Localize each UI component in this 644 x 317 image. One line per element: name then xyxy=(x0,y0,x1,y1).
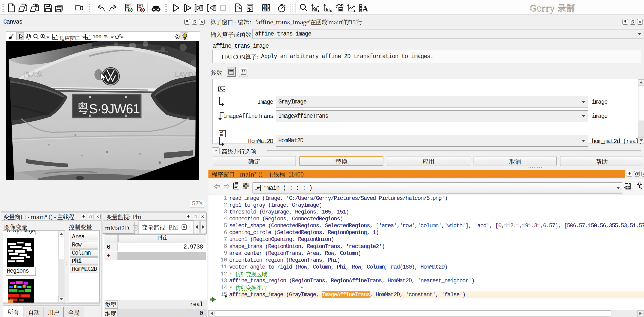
canvas-titlebar[interactable]: Canvas xyxy=(1,18,206,26)
region-dropdown-icon[interactable] xyxy=(120,37,123,40)
param-value[interactable]: HomMat2D xyxy=(276,137,579,144)
param-value[interactable]: GrayImage xyxy=(276,99,579,105)
gray-profile-icon[interactable] xyxy=(347,3,356,13)
save-icon[interactable] xyxy=(43,3,53,13)
variable-column[interactable]: Column xyxy=(70,249,98,257)
canvas-image[interactable]: 上汽大众 LAVIDA 粤S·9JW61 xyxy=(6,41,199,180)
attach-process-icon[interactable] xyxy=(234,3,243,13)
zoom-value-label[interactable]: 100 % xyxy=(92,34,107,40)
variable-titlebar[interactable]: 变量窗口 - main* () - 主线程 xyxy=(1,213,102,221)
close-icon[interactable] xyxy=(200,214,205,219)
variable-phi[interactable]: Phi xyxy=(70,257,98,265)
scroll-down-icon[interactable] xyxy=(638,137,644,143)
watch-titlebar[interactable]: 变量监视: Phi xyxy=(103,213,206,221)
scale-dropdown-icon[interactable] xyxy=(111,37,114,40)
zoom-find-icon[interactable] xyxy=(299,3,308,13)
toolbar-drag-handle[interactable] xyxy=(165,4,167,12)
help-button[interactable]: 帮助 xyxy=(560,156,643,166)
variable-area[interactable]: Area xyxy=(70,233,98,240)
toolbar-drag-handle[interactable] xyxy=(290,4,292,12)
scroll-right-icon[interactable] xyxy=(637,310,643,316)
operator-input-value[interactable]: affine_trans_image xyxy=(253,31,635,37)
horizontal-scrollbar[interactable] xyxy=(208,310,644,317)
pin-icon[interactable] xyxy=(622,19,628,25)
tab-close-icon[interactable] xyxy=(133,225,138,231)
code-line[interactable]: 3threshold (GrayImage, Regions, 105, 151… xyxy=(208,208,644,215)
edit-text-icon[interactable]: A xyxy=(358,3,368,13)
step-into-icon[interactable] xyxy=(183,3,192,13)
code-line[interactable]: 9area_center (RegionTrans, Area, Row, Co… xyxy=(208,250,644,257)
fit-window-label[interactable]: 适应窗口 xyxy=(60,34,80,42)
region-affine-thumbnail[interactable] xyxy=(8,279,34,303)
find-icon[interactable] xyxy=(151,3,161,13)
profiler-icon[interactable] xyxy=(277,3,287,13)
scrollbar-thumb[interactable] xyxy=(215,310,611,316)
step-over-icon[interactable] xyxy=(194,3,204,13)
open-example-icon[interactable]: Ex xyxy=(30,3,40,13)
undo-icon[interactable] xyxy=(96,3,106,13)
tab-scroll-right-icon[interactable] xyxy=(200,221,206,233)
code-comment-line[interactable]: 14* 仿射变换图片 xyxy=(208,284,644,291)
scroll-down-icon[interactable] xyxy=(58,296,64,302)
advanced-label[interactable]: 高级并行选项 xyxy=(222,147,257,155)
gray-histogram-icon[interactable] xyxy=(311,3,320,13)
tab-auto[interactable]: 自动 xyxy=(24,307,44,317)
advanced-chevron-icon[interactable] xyxy=(212,147,220,154)
tab-user[interactable]: 用户 xyxy=(44,307,64,317)
ok-button[interactable]: 确定 xyxy=(213,156,296,166)
pan-hand-icon[interactable] xyxy=(25,33,32,40)
code-line[interactable]: 7union1 (RegionOpening, RegionUnion) xyxy=(208,236,644,243)
pane-splitter[interactable] xyxy=(66,259,67,267)
zoom-in-icon[interactable] xyxy=(40,33,46,40)
compare-icon[interactable] xyxy=(261,3,271,13)
row-add[interactable]: + xyxy=(105,252,118,260)
code-editor[interactable]: 1read_image (Image, 'C:/Users/Gerry/Pict… xyxy=(208,195,644,310)
save-all-icon[interactable] xyxy=(54,3,64,13)
zoom-scale-icon[interactable] xyxy=(85,33,92,40)
tab-hommat2d-partial[interactable]: mMat2D xyxy=(103,222,135,234)
param-list-view-button[interactable] xyxy=(227,67,236,77)
phi-value[interactable]: 2.9738 xyxy=(118,243,203,251)
float-icon[interactable] xyxy=(88,214,93,219)
cancel-button[interactable]: 取消 xyxy=(474,156,557,166)
code-line[interactable]: 10orientation_region (RegionTrans, Phi) xyxy=(208,257,644,263)
variable-hscrollbar[interactable] xyxy=(3,303,100,306)
add-row-cell[interactable] xyxy=(118,252,206,260)
grayimage-label[interactable]: GrayImage xyxy=(6,230,36,235)
regions-thumbnail[interactable] xyxy=(7,238,34,267)
exit-procedure-icon[interactable] xyxy=(245,3,255,13)
tab-all[interactable]: 所有 xyxy=(3,306,24,317)
unpin-procedure-icon[interactable] xyxy=(635,182,643,190)
redo-icon[interactable] xyxy=(108,3,118,13)
toolbar-drag-handle[interactable] xyxy=(2,4,4,12)
scroll-left-icon[interactable] xyxy=(208,310,214,316)
apply-button[interactable]: 应用 xyxy=(387,156,470,166)
scrollbar-thumb[interactable] xyxy=(638,85,644,120)
activate-lines-icon[interactable] xyxy=(123,3,133,13)
pin-icon[interactable] xyxy=(186,214,191,219)
scroll-up-icon[interactable] xyxy=(638,79,644,85)
float-icon[interactable] xyxy=(193,214,198,219)
param-combo-image[interactable]: GrayImage xyxy=(276,96,588,108)
replace-button[interactable]: 替换 xyxy=(299,156,383,166)
row-index-0[interactable]: 0 xyxy=(105,243,118,251)
tab-watch-phi[interactable]: 变量监视: Phi xyxy=(139,220,193,234)
code-comment-line[interactable]: 12* 仿射变换区域 xyxy=(208,271,644,277)
zoom-dropdown-icon[interactable] xyxy=(46,37,49,40)
splitter-handle[interactable] xyxy=(528,167,543,168)
float-icon[interactable] xyxy=(192,19,197,25)
pin-icon[interactable] xyxy=(627,171,632,177)
operator-titlebar[interactable]: 算子窗口 - 编辑： 'affine_trans_image'在函数'main'… xyxy=(208,18,644,26)
nav-forward-icon[interactable] xyxy=(223,182,231,190)
float-icon[interactable] xyxy=(630,19,635,25)
code-line[interactable]: 11vector_angle_to_rigid (Row, Column, Ph… xyxy=(208,263,644,270)
deactivate-lines-icon[interactable] xyxy=(135,3,145,13)
code-line[interactable]: 1read_image (Image, 'C:/Users/Gerry/Pict… xyxy=(208,195,644,202)
tab-scroll-left-icon[interactable] xyxy=(194,221,200,233)
procedure-combo[interactable]: *main ( : : : ) xyxy=(252,182,623,193)
nav-back-icon[interactable] xyxy=(213,182,221,190)
code-line[interactable]: 5select_shape (ConnectedRegions, Selecte… xyxy=(208,222,644,229)
scrollbar-track[interactable] xyxy=(58,259,64,296)
pin-icon[interactable] xyxy=(184,19,190,25)
stop-icon[interactable] xyxy=(218,3,228,13)
